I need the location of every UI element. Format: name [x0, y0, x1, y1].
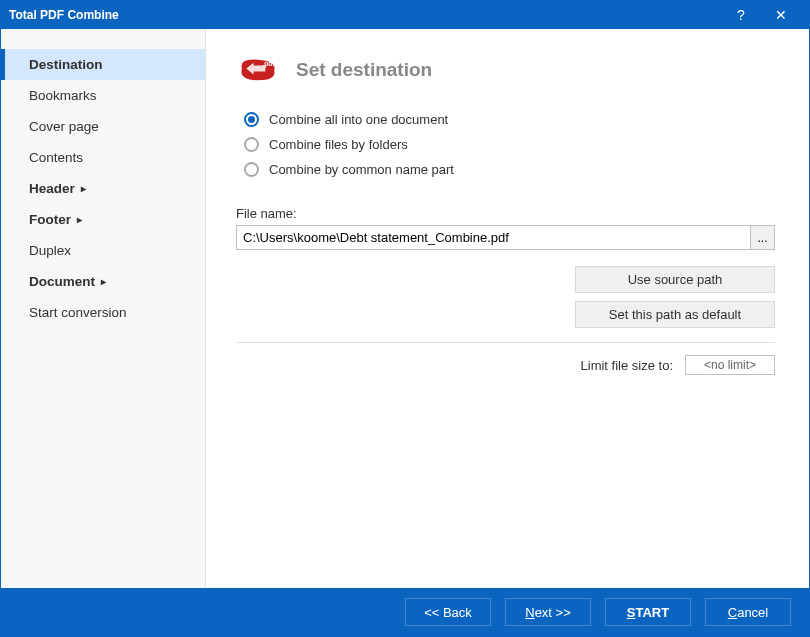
- pdf-icon: .pdf: [236, 55, 280, 85]
- set-default-path-button[interactable]: Set this path as default: [575, 301, 775, 328]
- back-button[interactable]: << Back: [405, 598, 491, 626]
- radio-label: Combine by common name part: [269, 162, 454, 177]
- chevron-right-icon: ▸: [101, 276, 106, 287]
- window-body: DestinationBookmarksCover pageContentsHe…: [1, 29, 809, 588]
- radio-option-2[interactable]: Combine by common name part: [244, 157, 775, 182]
- cancel-button[interactable]: Cancel: [705, 598, 791, 626]
- filename-label: File name:: [236, 206, 775, 221]
- limit-value[interactable]: <no limit>: [685, 355, 775, 375]
- sidebar-item-label: Start conversion: [29, 305, 127, 320]
- page-title: Set destination: [296, 59, 432, 81]
- sidebar-item-label: Destination: [29, 57, 103, 72]
- chevron-right-icon: ▸: [77, 214, 82, 225]
- sidebar-item-label: Bookmarks: [29, 88, 97, 103]
- radio-icon: [244, 162, 259, 177]
- browse-button[interactable]: ...: [750, 226, 774, 249]
- sidebar-item-contents[interactable]: Contents: [1, 142, 205, 173]
- radio-option-1[interactable]: Combine files by folders: [244, 132, 775, 157]
- page-header: .pdf Set destination: [236, 55, 775, 85]
- sidebar-item-label: Footer: [29, 212, 71, 227]
- chevron-right-icon: ▸: [81, 183, 86, 194]
- sidebar-item-cover-page[interactable]: Cover page: [1, 111, 205, 142]
- sidebar-item-label: Cover page: [29, 119, 99, 134]
- radio-icon: [244, 112, 259, 127]
- use-source-path-button[interactable]: Use source path: [575, 266, 775, 293]
- sidebar-item-label: Document: [29, 274, 95, 289]
- close-button[interactable]: ✕: [761, 1, 801, 29]
- sidebar-item-start-conversion[interactable]: Start conversion: [1, 297, 205, 328]
- help-button[interactable]: ?: [721, 1, 761, 29]
- sidebar: DestinationBookmarksCover pageContentsHe…: [1, 29, 206, 588]
- radio-label: Combine files by folders: [269, 137, 408, 152]
- sidebar-item-label: Contents: [29, 150, 83, 165]
- window-title: Total PDF Combine: [9, 8, 721, 22]
- next-button[interactable]: Next >>: [505, 598, 591, 626]
- sidebar-item-footer[interactable]: Footer▸: [1, 204, 205, 235]
- path-buttons: Use source path Set this path as default: [236, 266, 775, 328]
- sidebar-item-header[interactable]: Header▸: [1, 173, 205, 204]
- app-window: Total PDF Combine ? ✕ DestinationBookmar…: [0, 0, 810, 637]
- radio-label: Combine all into one document: [269, 112, 448, 127]
- sidebar-item-bookmarks[interactable]: Bookmarks: [1, 80, 205, 111]
- content-pane: .pdf Set destination Combine all into on…: [206, 29, 809, 588]
- titlebar: Total PDF Combine ? ✕: [1, 1, 809, 29]
- start-button[interactable]: START: [605, 598, 691, 626]
- filename-row: ...: [236, 225, 775, 250]
- limit-row: Limit file size to: <no limit>: [236, 355, 775, 375]
- sidebar-item-destination[interactable]: Destination: [1, 49, 205, 80]
- combine-mode-radios: Combine all into one documentCombine fil…: [244, 107, 775, 182]
- divider: [236, 342, 775, 343]
- sidebar-item-label: Duplex: [29, 243, 71, 258]
- svg-text:.pdf: .pdf: [262, 60, 275, 68]
- radio-option-0[interactable]: Combine all into one document: [244, 107, 775, 132]
- radio-icon: [244, 137, 259, 152]
- sidebar-item-label: Header: [29, 181, 75, 196]
- sidebar-item-document[interactable]: Document▸: [1, 266, 205, 297]
- filename-input[interactable]: [237, 226, 750, 249]
- sidebar-item-duplex[interactable]: Duplex: [1, 235, 205, 266]
- filename-block: File name: ...: [236, 206, 775, 250]
- footer: << Back Next >> START Cancel: [1, 588, 809, 636]
- limit-label: Limit file size to:: [581, 358, 673, 373]
